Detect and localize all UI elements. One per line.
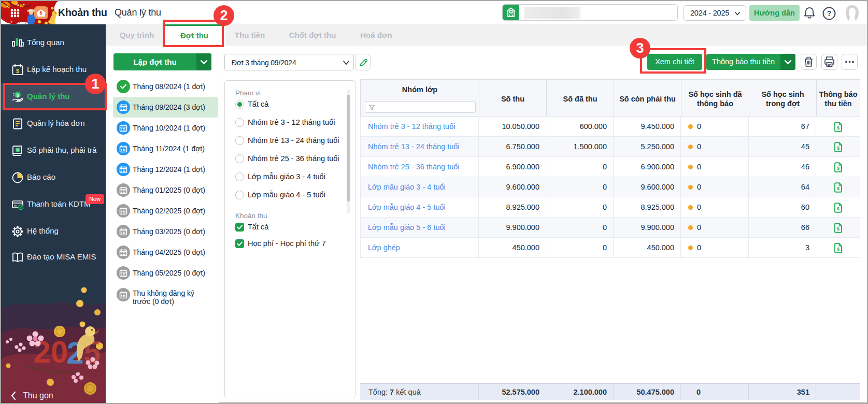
svg-text:$: $ <box>17 148 19 152</box>
svg-text:$: $ <box>837 185 840 191</box>
svg-text:$: $ <box>39 10 42 16</box>
svg-text:$: $ <box>837 226 840 232</box>
svg-text:$: $ <box>16 68 19 74</box>
svg-text:$: $ <box>837 165 840 171</box>
svg-text:$: $ <box>837 125 840 131</box>
svg-text:$: $ <box>837 246 840 252</box>
svg-text:$: $ <box>837 145 840 151</box>
svg-text:?: ? <box>827 9 832 18</box>
svg-text:$: $ <box>837 206 840 211</box>
